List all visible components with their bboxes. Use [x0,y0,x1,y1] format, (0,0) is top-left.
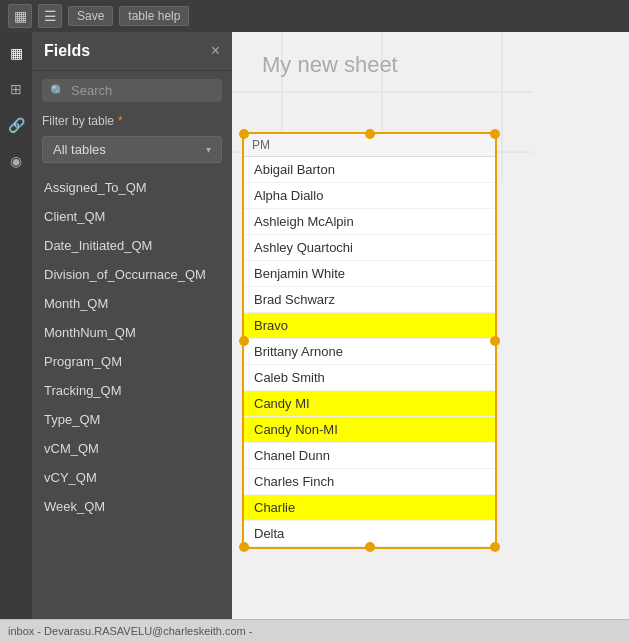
list-row[interactable]: Ashley Quartochi [244,235,495,261]
required-indicator: * [118,114,123,128]
handle-left-middle[interactable] [239,336,249,346]
handle-top-right[interactable] [490,129,500,139]
list-row[interactable]: Abigail Barton [244,157,495,183]
handle-bottom-left[interactable] [239,542,249,552]
sidebar-title: Fields [44,42,90,60]
field-item[interactable]: Assigned_To_QM [32,173,232,202]
status-text: inbox - Devarasu.RASAVELU@charleskeith.c… [8,625,253,637]
icon-rail: ▦ ⊞ 🔗 ◉ [0,32,32,619]
fields-sidebar: ▦ ⊞ 🔗 ◉ Fields × 🔍 Filter by table * [0,32,232,619]
field-item[interactable]: Date_Initiated_QM [32,231,232,260]
list-row[interactable]: Bravo [244,313,495,339]
list-row[interactable]: Alpha Diallo [244,183,495,209]
rail-puzzle-icon[interactable]: ⊞ [3,76,29,102]
fields-list: Assigned_To_QMClient_QMDate_Initiated_QM… [32,173,232,619]
rail-grid-icon[interactable]: ▦ [3,40,29,66]
field-item[interactable]: Program_QM [32,347,232,376]
toolbar: ▦ ☰ Save table help [0,0,629,32]
handle-right-middle[interactable] [490,336,500,346]
field-item[interactable]: Client_QM [32,202,232,231]
list-row[interactable]: Chanel Dunn [244,443,495,469]
canvas-area: My new sheet PM Abigail BartonAlpha Dial… [232,32,629,619]
field-item[interactable]: Type_QM [32,405,232,434]
field-item[interactable]: Month_QM [32,289,232,318]
list-row[interactable]: Charles Finch [244,469,495,495]
list-row[interactable]: Brad Schwarz [244,287,495,313]
field-item[interactable]: vCY_QM [32,463,232,492]
handle-bottom-middle[interactable] [365,542,375,552]
main-area: ▦ ⊞ 🔗 ◉ Fields × 🔍 Filter by table * [0,32,629,619]
handle-bottom-right[interactable] [490,542,500,552]
fields-panel: Fields × 🔍 Filter by table * All tables … [32,32,232,619]
list-row[interactable]: Benjamin White [244,261,495,287]
field-item[interactable]: vCM_QM [32,434,232,463]
search-input[interactable] [71,83,214,98]
list-row[interactable]: Ashleigh McAlpin [244,209,495,235]
table-dropdown[interactable]: All tables ▾ [42,136,222,163]
filter-by-table-label: Filter by table [42,114,114,128]
field-item[interactable]: Tracking_QM [32,376,232,405]
list-items: Abigail BartonAlpha DialloAshleigh McAlp… [244,157,495,547]
save-button[interactable]: Save [68,6,113,26]
search-icon: 🔍 [50,84,65,98]
list-row[interactable]: Charlie [244,495,495,521]
field-item[interactable]: Division_of_Occurnace_QM [32,260,232,289]
status-bar: inbox - Devarasu.RASAVELU@charleskeith.c… [0,619,629,641]
sheet-title: My new sheet [262,52,398,78]
list-row[interactable]: Candy MI [244,391,495,417]
handle-top-left[interactable] [239,129,249,139]
list-row[interactable]: Candy Non-MI [244,417,495,443]
toolbar-icon-grid[interactable]: ▦ [8,4,32,28]
handle-top-middle[interactable] [365,129,375,139]
dropdown-value: All tables [53,142,106,157]
list-row[interactable]: Caleb Smith [244,365,495,391]
search-box: 🔍 [42,79,222,102]
chevron-down-icon: ▾ [206,144,211,155]
close-button[interactable]: × [211,42,220,60]
field-item[interactable]: Week_QM [32,492,232,521]
toolbar-icon-list[interactable]: ☰ [38,4,62,28]
rail-database-icon[interactable]: ◉ [3,148,29,174]
field-item[interactable]: MonthNum_QM [32,318,232,347]
sidebar-header: Fields × [32,32,232,71]
list-row[interactable]: Brittany Arnone [244,339,495,365]
rail-link-icon[interactable]: 🔗 [3,112,29,138]
filter-label: Filter by table * [32,110,232,132]
table-help-button[interactable]: table help [119,6,189,26]
list-box: PM Abigail BartonAlpha DialloAshleigh Mc… [242,132,497,549]
